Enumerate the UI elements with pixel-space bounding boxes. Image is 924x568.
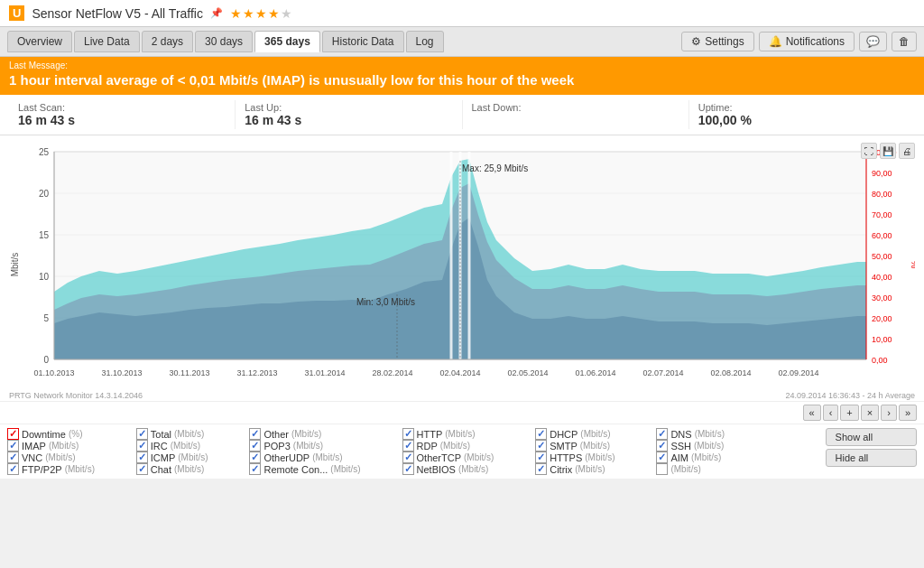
svg-text:31.10.2013: 31.10.2013 (101, 368, 142, 377)
pin-icon: 📌 (210, 7, 223, 19)
tab-30days[interactable]: 30 days (195, 31, 253, 52)
chat-button[interactable]: 💬 (859, 32, 887, 51)
chat-icon: 💬 (866, 35, 880, 48)
legend-cb-otherudp[interactable]: ✓ (249, 452, 261, 463)
legend-http: ✓ HTTP (Mbit/s) (402, 428, 529, 440)
legend-area: ✓ Downtime (%) ✓ IMAP (Mbit/s) ✓ VNC (Mb… (0, 424, 924, 479)
page-last-btn[interactable]: » (899, 405, 917, 421)
legend-rdp: ✓ RDP (Mbit/s) (402, 440, 529, 452)
svg-text:25: 25 (39, 147, 50, 157)
legend-cb-empty[interactable] (656, 463, 668, 475)
legend-cb-total[interactable]: ✓ (136, 428, 148, 440)
legend-col-2: ✓ Total (Mbit/s) ✓ IRC (Mbit/s) ✓ ICMP (… (136, 428, 243, 475)
legend-cb-rdp[interactable]: ✓ (402, 440, 414, 452)
page-prev-btn[interactable]: ‹ (823, 405, 839, 421)
svg-text:10,00: 10,00 (872, 335, 892, 344)
bell-icon: 🔔 (769, 35, 782, 48)
legend-cb-aim[interactable]: ✓ (656, 452, 668, 463)
legend-col-6: ✓ DNS (Mbit/s) ✓ SSH (Mbit/s) ✓ AIM (Mbi… (656, 428, 758, 475)
legend-col-1: ✓ Downtime (%) ✓ IMAP (Mbit/s) ✓ VNC (Mb… (7, 428, 129, 475)
chart-print-btn[interactable]: 🖨 (899, 143, 915, 159)
show-all-button[interactable]: Show all (826, 428, 917, 446)
legend-downtime: ✓ Downtime (%) (7, 428, 129, 440)
legend-cb-vnc[interactable]: ✓ (7, 452, 19, 463)
svg-text:31.01.2014: 31.01.2014 (304, 368, 345, 377)
legend-cb-imap[interactable]: ✓ (7, 440, 19, 452)
chart-footer-right: 24.09.2014 16:36:43 - 24 h Average (786, 391, 915, 400)
legend-dhcp: ✓ DHCP (Mbit/s) (535, 428, 649, 440)
chart-save-btn[interactable]: 💾 (880, 143, 896, 159)
svg-text:0,00: 0,00 (872, 356, 888, 365)
legend-cb-ssh[interactable]: ✓ (656, 440, 668, 452)
legend-col-3: ✓ Other (Mbit/s) ✓ POP3 (Mbit/s) ✓ Other… (249, 428, 394, 475)
last-down-label: Last Down: (472, 102, 679, 113)
chart-footer-left: PRTG Network Monitor 14.3.14.2046 (9, 391, 143, 400)
legend-cb-citrix[interactable]: ✓ (535, 463, 547, 475)
legend-cb-downtime[interactable]: ✓ (7, 428, 19, 440)
uptime-stat: Uptime: 100,00 % (689, 100, 915, 129)
settings-icon: ⚙ (691, 35, 701, 48)
logo: U (9, 5, 24, 21)
svg-text:30.11.2013: 30.11.2013 (169, 368, 209, 377)
legend-cb-chat[interactable]: ✓ (136, 463, 148, 475)
svg-text:02.05.2014: 02.05.2014 (507, 368, 548, 377)
last-down-stat: Last Down: (463, 100, 689, 129)
tab-overview[interactable]: Overview (7, 31, 72, 52)
chart-container: ⛶ 💾 🖨 25 20 15 10 5 0 Mbit/s 10 (0, 135, 924, 390)
delete-button[interactable]: 🗑 (892, 32, 917, 51)
svg-text:60,00: 60,00 (872, 231, 892, 240)
svg-text:01.06.2014: 01.06.2014 (575, 368, 615, 377)
legend-https: ✓ HTTPS (Mbit/s) (535, 452, 649, 463)
title-bar: U Sensor NetFlow V5 - All Traffic 📌 ★★★★… (0, 0, 924, 27)
legend-cb-remote-con[interactable]: ✓ (249, 463, 261, 475)
chart-expand-btn[interactable]: ⛶ (861, 143, 877, 159)
last-scan-value: 16 m 43 s (18, 113, 226, 127)
last-up-label: Last Up: (245, 102, 452, 113)
legend-irc: ✓ IRC (Mbit/s) (136, 440, 243, 452)
legend-cb-https[interactable]: ✓ (535, 452, 547, 463)
svg-text:01.10.2013: 01.10.2013 (33, 368, 74, 377)
hide-all-button[interactable]: Hide all (826, 449, 917, 467)
page-zoom-out-btn[interactable]: × (861, 405, 879, 421)
svg-text:Mbit/s: Mbit/s (10, 253, 20, 277)
legend-cb-http[interactable]: ✓ (402, 428, 414, 440)
svg-text:0: 0 (43, 355, 49, 365)
legend-cb-ftp-p2p[interactable]: ✓ (7, 463, 19, 475)
svg-text:31.12.2013: 31.12.2013 (236, 368, 277, 377)
legend-cb-irc[interactable]: ✓ (136, 440, 148, 452)
legend-cb-dns[interactable]: ✓ (656, 428, 668, 440)
nav-bar: Overview Live Data 2 days 30 days 365 da… (0, 27, 924, 57)
svg-text:02.09.2014: 02.09.2014 (778, 368, 818, 377)
page-first-btn[interactable]: « (803, 405, 821, 421)
page-next-btn[interactable]: › (881, 405, 897, 421)
legend-othertcp: ✓ OtherTCP (Mbit/s) (402, 452, 529, 463)
legend-pop3: ✓ POP3 (Mbit/s) (249, 440, 394, 452)
svg-text:90,00: 90,00 (872, 169, 892, 178)
tab-historic-data[interactable]: Historic Data (322, 31, 404, 52)
legend-cb-other[interactable]: ✓ (249, 428, 261, 440)
svg-text:10: 10 (39, 272, 50, 282)
legend-ssh: ✓ SSH (Mbit/s) (656, 440, 758, 452)
legend-vnc: ✓ VNC (Mbit/s) (7, 452, 129, 463)
legend-cb-dhcp[interactable]: ✓ (535, 428, 547, 440)
tab-365days[interactable]: 365 days (254, 31, 320, 52)
chart-footer: PRTG Network Monitor 14.3.14.2046 24.09.… (0, 390, 924, 401)
legend-cb-smtp[interactable]: ✓ (535, 440, 547, 452)
svg-text:20,00: 20,00 (872, 314, 892, 323)
legend-cb-pop3[interactable]: ✓ (249, 440, 261, 452)
settings-button[interactable]: ⚙ Settings (681, 32, 753, 51)
last-up-value: 16 m 43 s (245, 113, 452, 127)
legend-cb-icmp[interactable]: ✓ (136, 452, 148, 463)
page-zoom-in-btn[interactable]: + (840, 405, 858, 421)
tab-live-data[interactable]: Live Data (74, 31, 140, 52)
legend-cb-netbios[interactable]: ✓ (402, 463, 414, 475)
trash-icon: 🗑 (899, 35, 910, 48)
legend-cb-othertcp[interactable]: ✓ (402, 452, 414, 463)
svg-text:28.02.2014: 28.02.2014 (372, 368, 412, 377)
tab-log[interactable]: Log (406, 31, 444, 52)
svg-text:Min: 3,0 Mbit/s: Min: 3,0 Mbit/s (356, 297, 415, 307)
tab-2days[interactable]: 2 days (142, 31, 193, 52)
legend-action-buttons: Show all Hide all (826, 428, 917, 467)
legend-citrix: ✓ Citrix (Mbit/s) (535, 463, 649, 475)
notifications-button[interactable]: 🔔 Notifications (759, 32, 855, 51)
